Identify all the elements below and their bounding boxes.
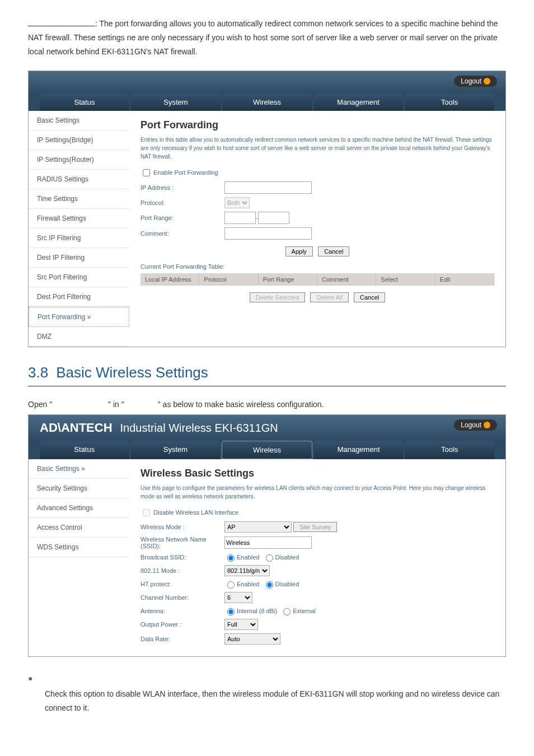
disabled-text: Disabled (275, 554, 299, 561)
mode11-label: 802.11 Mode : (140, 567, 224, 574)
enable-label: Enable Port Forwarding (153, 169, 218, 176)
rate-select[interactable]: Auto (224, 633, 280, 645)
apply-button[interactable]: Apply (285, 246, 313, 256)
main-panel: Port Forwarding Entries in this table al… (129, 111, 505, 347)
logout-button-2[interactable]: Logout (454, 419, 497, 431)
logout-button[interactable]: Logout (454, 76, 497, 87)
sidebar-advanced[interactable]: Advanced Settings (29, 498, 129, 518)
tab-tools-2[interactable]: Tools (405, 441, 494, 459)
logout-arrow-icon (484, 78, 490, 85)
tab-management-2[interactable]: Management (314, 441, 404, 459)
sidebar-dest-ip[interactable]: Dest IP Filtering (29, 248, 129, 268)
proto-select[interactable]: Both (224, 197, 250, 208)
sidebar-radius[interactable]: RADIUS Settings (29, 170, 129, 189)
ip-input[interactable] (224, 181, 312, 194)
sidebar-src-port[interactable]: Src Port Filtering (29, 268, 129, 287)
mode-select[interactable]: AP (224, 521, 292, 533)
col-edit: Edit (435, 273, 494, 286)
ant-label: Antenna: (140, 608, 224, 614)
disable-wlan-checkbox[interactable] (143, 509, 150, 516)
panel-title-2: Wireless Basic Settings (140, 468, 494, 479)
tab-system-2[interactable]: System (131, 441, 221, 459)
tab-system[interactable]: System (131, 94, 221, 111)
sidebar-basic-settings-2[interactable]: Basic Settings » (29, 459, 129, 479)
sidebar-firewall[interactable]: Firewall Settings (29, 209, 129, 228)
brand-subtitle: Industrial Wireless EKI-6311GN (120, 422, 278, 434)
mode-label: Wireless Mode : (140, 524, 224, 530)
ssid-label: Wireless Network Name (SSID): (140, 536, 224, 549)
col-local-ip: Local IP Address (140, 273, 199, 286)
mode11-select[interactable]: 802.11b/g/n (224, 565, 270, 576)
ssid-input[interactable] (224, 536, 312, 549)
router-screenshot-2: AD\ANTECH Industrial Wireless EKI-6311GN… (28, 414, 506, 657)
sidebar-dest-port[interactable]: Dest Port Filtering (29, 287, 129, 307)
bcast-label: Broadcast SSID: (140, 554, 224, 561)
col-comment: Comment (317, 273, 376, 286)
ip-label: IP Address : (140, 184, 224, 191)
chan-select[interactable]: 6 (224, 592, 252, 603)
range-to-input[interactable] (258, 212, 289, 224)
table-header: Local IP Address Protocol Port Range Com… (140, 273, 494, 286)
disable-wlan-label: Disable Wireless LAN Interface (153, 509, 238, 516)
nav-tabs: Status System Wireless Management Tools (29, 94, 505, 111)
sidebar-wds[interactable]: WDS Settings (29, 538, 129, 557)
sidebar-dmz[interactable]: DMZ (29, 327, 129, 347)
ht-disabled-radio[interactable] (266, 581, 273, 589)
pow-select[interactable]: Full (224, 619, 258, 630)
sidebar-access-control[interactable]: Access Control (29, 518, 129, 538)
chan-label: Channel Number: (140, 594, 224, 601)
tab-tools[interactable]: Tools (405, 94, 494, 111)
header-bar: Logout (29, 71, 505, 94)
cancel-button[interactable]: Cancel (318, 246, 349, 256)
tab-wireless[interactable]: Wireless (222, 94, 312, 111)
panel-desc-2: Use this page to configure the parameter… (140, 484, 494, 501)
nav-tabs-2: Status System Wireless Management Tools (29, 441, 505, 459)
delete-selected-button[interactable]: Delete Selected (250, 292, 306, 302)
enable-checkbox[interactable] (143, 169, 150, 176)
sidebar-time[interactable]: Time Settings (29, 189, 129, 209)
tab-status-2[interactable]: Status (40, 441, 129, 459)
sidebar-basic-settings[interactable]: Basic Settings (29, 111, 129, 130)
section-rule (28, 386, 506, 386)
sidebar-2: Basic Settings » Security Settings Advan… (29, 459, 129, 656)
tab-wireless-2[interactable]: Wireless (222, 441, 312, 459)
tab-management[interactable]: Management (313, 94, 403, 111)
ant-int-text: Internal (8 dBi) (237, 608, 277, 614)
ant-external-radio[interactable] (283, 608, 291, 615)
section-number: 3.8 (28, 364, 48, 381)
cancel2-button[interactable]: Cancel (354, 292, 385, 302)
ht-enabled-text: Enabled (237, 581, 259, 587)
ht-disabled-text: Disabled (275, 581, 299, 587)
ht-label: HT protect: (140, 581, 224, 587)
ant-internal-radio[interactable] (227, 608, 235, 615)
bcast-disabled-radio[interactable] (266, 554, 273, 562)
ant-ext-text: External (293, 608, 315, 614)
closing-paragraph: Check this option to disable WLAN interf… (45, 687, 506, 715)
range-label: Port Range: (140, 214, 224, 221)
bullet-point: ● (28, 674, 506, 683)
intro-text: : The port forwarding allows you to auto… (28, 19, 498, 56)
intro-paragraph: : The port forwarding allows you to auto… (28, 17, 506, 59)
sidebar-security[interactable]: Security Settings (29, 479, 129, 498)
open-instruction: Open "" in "" as below to make basic wir… (28, 400, 506, 409)
proto-label: Protocol: (140, 199, 224, 206)
sidebar-ip-bridge[interactable]: IP Settings(Bridge) (29, 130, 129, 150)
range-from-input[interactable] (224, 212, 256, 224)
ht-enabled-radio[interactable] (227, 581, 235, 589)
section-title: Basic Wireless Settings (56, 364, 208, 381)
sidebar-src-ip[interactable]: Src IP Filtering (29, 228, 129, 248)
comment-label: Comment: (140, 230, 224, 237)
site-survey-button[interactable]: Site Survey (293, 522, 337, 532)
current-table-title: Current Port Forwarding Table: (140, 263, 494, 270)
rate-label: Data Rate: (140, 636, 224, 642)
brand-logo: AD\ANTECH (40, 421, 113, 435)
bcast-enabled-radio[interactable] (227, 554, 235, 562)
comment-input[interactable] (224, 227, 312, 240)
col-port-range: Port Range (259, 273, 317, 286)
sidebar-ip-router[interactable]: IP Settings(Router) (29, 150, 129, 170)
delete-all-button[interactable]: Delete All (310, 292, 348, 302)
tab-status[interactable]: Status (40, 94, 129, 111)
brand-header: AD\ANTECH Industrial Wireless EKI-6311GN… (29, 415, 505, 441)
sidebar-port-forwarding[interactable]: Port Forwarding » (29, 307, 129, 327)
panel-title: Port Forwarding (140, 119, 494, 131)
